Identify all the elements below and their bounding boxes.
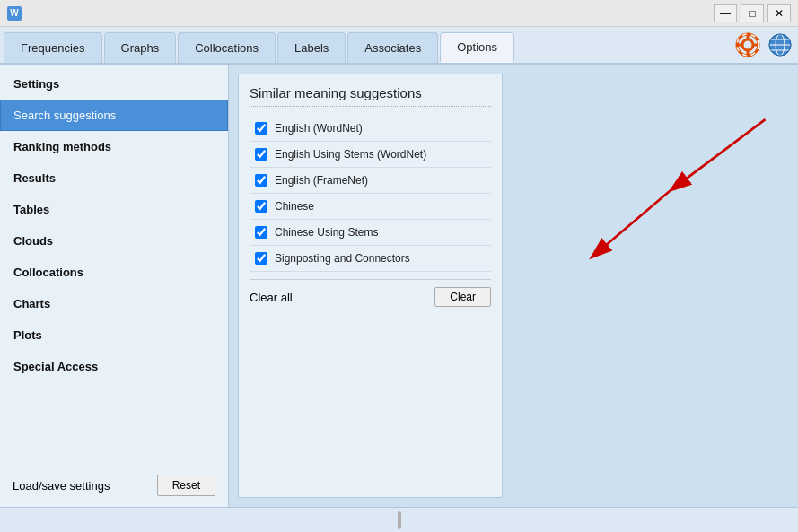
sidebar-footer: Load/save settings Reset — [0, 467, 228, 503]
checkbox-signposting[interactable] — [255, 252, 267, 265]
checkbox-row-chinese: Chinese — [250, 194, 491, 220]
load-save-label: Load/save settings — [13, 479, 110, 493]
svg-line-15 — [671, 119, 766, 190]
sidebar-item-results[interactable]: Results — [0, 162, 228, 194]
tab-bar: Frequencies Graphs Collocations Labels A… — [0, 27, 798, 65]
checkbox-english-wordnet[interactable] — [255, 122, 267, 135]
checkbox-label-english-framenet: English (FrameNet) — [275, 174, 368, 187]
checkbox-row-english-wordnet: English (WordNet) — [250, 116, 491, 142]
sidebar-item-tables[interactable]: Tables — [0, 194, 228, 225]
checkbox-chinese-stems[interactable] — [255, 226, 267, 239]
checkbox-label-english-wordnet: English (WordNet) — [275, 122, 363, 135]
sidebar-item-settings[interactable]: Settings — [0, 68, 228, 100]
status-separator — [398, 511, 401, 529]
app-icon: W — [7, 6, 22, 21]
globe-icon[interactable] — [766, 31, 794, 59]
checkbox-english-framenet[interactable] — [255, 174, 267, 187]
close-button[interactable]: ✕ — [767, 4, 791, 22]
panel-title: Similar meaning suggestions — [250, 85, 491, 107]
title-bar-controls: — □ ✕ — [714, 4, 791, 22]
svg-line-16 — [591, 191, 670, 258]
tab-options[interactable]: Options — [440, 32, 514, 63]
title-bar: W — □ ✕ — [0, 0, 798, 27]
content-area: Similar meaning suggestions English (Wor… — [229, 65, 798, 507]
maximize-button[interactable]: □ — [741, 4, 764, 22]
main-layout: Settings Search suggestions Ranking meth… — [0, 65, 798, 507]
checkbox-label-chinese: Chinese — [275, 200, 314, 213]
suggestions-panel: Similar meaning suggestions English (Wor… — [238, 74, 503, 498]
tab-collocations[interactable]: Collocations — [178, 32, 276, 63]
sidebar-item-ranking-methods[interactable]: Ranking methods — [0, 131, 228, 162]
checkbox-english-stems[interactable] — [255, 148, 267, 161]
checkbox-row-english-framenet: English (FrameNet) — [250, 168, 491, 194]
clear-button[interactable]: Clear — [434, 287, 491, 307]
sidebar: Settings Search suggestions Ranking meth… — [0, 65, 229, 507]
tab-graphs[interactable]: Graphs — [104, 32, 177, 63]
sidebar-item-special-access[interactable]: Special Access — [0, 351, 228, 382]
tab-labels[interactable]: Labels — [277, 32, 346, 63]
sidebar-item-collocations[interactable]: Collocations — [0, 257, 228, 288]
help-icon[interactable] — [733, 31, 762, 59]
tab-bar-icons — [733, 31, 794, 63]
sidebar-item-search-suggestions[interactable]: Search suggestions — [0, 100, 228, 131]
checkbox-row-english-stems: English Using Stems (WordNet) — [250, 142, 491, 168]
title-bar-left: W — [7, 6, 22, 21]
svg-point-1 — [742, 39, 753, 50]
sidebar-item-plots[interactable]: Plots — [0, 319, 228, 351]
sidebar-item-clouds[interactable]: Clouds — [0, 225, 228, 257]
checkbox-label-signposting: Signposting and Connectors — [275, 252, 410, 265]
sidebar-item-charts[interactable]: Charts — [0, 288, 228, 319]
tab-associates[interactable]: Associates — [347, 32, 438, 63]
reset-button[interactable]: Reset — [157, 475, 215, 496]
checkbox-row-chinese-stems: Chinese Using Stems — [250, 220, 491, 246]
clear-all-label: Clear all — [250, 291, 293, 304]
panel-footer: Clear all Clear — [250, 279, 491, 307]
minimize-button[interactable]: — — [714, 4, 737, 22]
status-bar — [0, 507, 798, 532]
tab-frequencies[interactable]: Frequencies — [4, 32, 102, 63]
red-arrows-svg — [512, 74, 789, 498]
checkbox-label-chinese-stems: Chinese Using Stems — [275, 226, 378, 239]
checkbox-chinese[interactable] — [255, 200, 267, 213]
checkbox-label-english-stems: English Using Stems (WordNet) — [275, 148, 426, 161]
arrow-area — [512, 74, 789, 498]
checkbox-row-signposting: Signposting and Connectors — [250, 246, 491, 272]
